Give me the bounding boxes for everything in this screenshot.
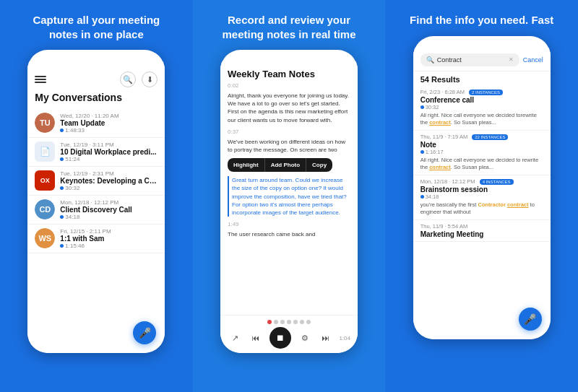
phone-3: 🔍 Contract ✕ Cancel 54 Results Fri, 2/23… (413, 36, 551, 339)
result-name: Brainstorm session (420, 186, 543, 193)
progress-dot (293, 320, 298, 324)
timestamp-1: 0:02 (228, 82, 350, 89)
playback-bar: ↗ ⏮ ⏹ ⚙ ⏭ 1:04 (220, 315, 358, 353)
duration-dot (420, 105, 424, 109)
cancel-button[interactable]: Cancel (523, 56, 543, 64)
timestamp-2: 0:37 (228, 129, 350, 135)
clear-icon[interactable]: ✕ (509, 56, 514, 63)
result-name: Conference call (420, 96, 543, 104)
conversation-item[interactable]: TU Wed, 12/20 · 11:20 AM Team Update 1:4… (27, 109, 165, 138)
search-result-item[interactable]: Thu, 11/9 · 5:54 AM Marketing Meeting (413, 220, 551, 242)
meeting-title: Weekly Team Notes (228, 69, 350, 79)
forward-icon[interactable]: ⏭ (319, 331, 333, 345)
progress-dot (280, 320, 285, 324)
conversation-date: Tue, 12/19 · 3:11 PM (60, 141, 158, 148)
settings-icon[interactable]: ⚙ (298, 331, 312, 345)
search-icon: 🔍 (426, 56, 434, 64)
instances-badge: 2 INSTANCES (469, 90, 503, 95)
menu-icon[interactable] (35, 76, 46, 83)
duration-dot (60, 157, 64, 161)
panel-2-title: Record and review your meeting notes in … (217, 13, 361, 41)
conversation-info: Tue, 12/19 · 2:31 PM Keynotes: Developin… (60, 170, 158, 191)
highlighted-keyword: contract (507, 201, 529, 208)
panel-1-title: Capture all your meeting notes in one pl… (24, 13, 168, 41)
header-icons: 🔍 ⬇ (120, 71, 158, 87)
result-date: Fri, 2/23 · 6:28 AM 2 INSTANCES (420, 89, 543, 95)
duration-dot (60, 215, 64, 219)
progress-dots (228, 320, 350, 324)
conversation-info: Wed, 12/20 · 11:20 AM Team Update 1:48:3… (60, 113, 158, 134)
transcript-text-2: We've been working on different ideas on… (228, 138, 350, 154)
conversation-item[interactable]: 📄 Tue, 12/19 · 3:11 PM 10 Digital Workpl… (27, 138, 165, 167)
result-text: All right. Nice call everyone we decided… (420, 112, 543, 127)
duration-dot (420, 150, 424, 154)
document-icon: 📄 (35, 141, 55, 162)
mic-fab-button[interactable]: 🎤 (519, 308, 542, 331)
mic-fab-button[interactable]: 🎤 (133, 321, 156, 344)
duration-dot (60, 186, 64, 190)
phone-2: Weekly Team Notes 0:02 Alright, thank yo… (220, 50, 358, 353)
conversation-name: Team Update (60, 119, 158, 127)
share-icon[interactable]: ↗ (228, 331, 242, 345)
avatar: CD (35, 199, 55, 219)
highlighted-keyword: contract (429, 164, 451, 170)
search-value: Contract (437, 56, 462, 64)
conversation-name: Keynotes: Developing a Cu... (60, 177, 158, 185)
result-text: All right. Nice call everyone we decided… (420, 157, 543, 172)
stop-button[interactable]: ⏹ (269, 327, 291, 349)
result-duration: 34:18 (420, 193, 543, 200)
progress-dot (306, 320, 311, 324)
highlighted-keyword: contract (429, 119, 451, 126)
search-icon[interactable]: 🔍 (120, 71, 136, 87)
highlighted-text: Great turn around team. Could we increas… (228, 176, 350, 217)
progress-dot (267, 320, 272, 324)
download-icon[interactable]: ⬇ (142, 71, 158, 87)
search-result-item[interactable]: Fri, 2/23 · 6:28 AM 2 INSTANCES Conferen… (413, 86, 551, 131)
add-photo-button[interactable]: Add Photo (265, 158, 306, 172)
avatar-image: TU (35, 113, 55, 133)
phone-1-header: 🔍 ⬇ (27, 69, 165, 92)
playback-time: 1:04 (339, 335, 350, 341)
copy-button[interactable]: Copy (306, 158, 332, 172)
result-date: Thu, 11/9 · 7:19 AM 22 INSTANCES (420, 134, 543, 140)
conversation-date: Tue, 12/19 · 2:31 PM (60, 170, 158, 177)
search-bar: 🔍 Contract ✕ Cancel (413, 53, 551, 71)
phone-2-screen: Weekly Team Notes 0:02 Alright, thank yo… (220, 61, 358, 353)
rewind-icon[interactable]: ⏮ (249, 331, 263, 345)
search-input-container[interactable]: 🔍 Contract ✕ (420, 53, 519, 66)
my-conversations-title: My Conversations (27, 92, 165, 109)
search-result-item[interactable]: Thu, 11/9 · 7:19 AM 22 INSTANCES Note 1:… (413, 131, 551, 175)
progress-dot (274, 320, 278, 324)
timestamp-3: 1:49 (228, 221, 350, 227)
progress-dot (300, 320, 304, 324)
result-date: Mon, 12/18 · 12:12 PM 4 INSTANCES (420, 178, 543, 185)
instances-badge: 22 INSTANCES (472, 134, 508, 140)
result-name: Note (420, 141, 543, 149)
conversation-duration: 51:24 (60, 156, 158, 162)
conversation-item[interactable]: CD Mon, 12/18 · 12:12 PM Client Discover… (27, 196, 165, 225)
context-menu: Highlight Add Photo Copy (228, 158, 332, 172)
highlighted-keyword: Contractor (478, 201, 505, 208)
conversation-info: Fri, 12/15 · 2:11 PM 1:1 with Sam 1:15:4… (60, 228, 158, 249)
phone-3-screen: 🔍 Contract ✕ Cancel 54 Results Fri, 2/23… (413, 48, 551, 339)
conversation-info: Tue, 12/19 · 3:11 PM 10 Digital Workplac… (60, 141, 158, 162)
result-duration: 1:16:17 (420, 149, 543, 155)
phone-1-screen: 🔍 ⬇ My Conversations TU Wed, 12/20 · 11:… (27, 61, 165, 353)
results-count: 54 Results (413, 71, 551, 86)
avatar-image: WS (35, 228, 55, 248)
conversation-name: 10 Digital Workplace predi... (60, 148, 158, 156)
conversation-name: Client Discovery Call (60, 206, 158, 214)
avatar-image: CD (35, 199, 55, 219)
result-text: you're basically the first Contractor co… (420, 201, 543, 217)
conversation-duration: 34:18 (60, 214, 158, 220)
highlight-button[interactable]: Highlight (228, 158, 265, 172)
result-date: Thu, 11/9 · 5:54 AM (420, 223, 543, 230)
conversation-duration: 30:32 (60, 185, 158, 191)
duration-dot (60, 129, 64, 132)
conversation-item[interactable]: OX Tue, 12/19 · 2:31 PM Keynotes: Develo… (27, 167, 165, 196)
search-result-item[interactable]: Mon, 12/18 · 12:12 PM 4 INSTANCES Brains… (413, 175, 551, 220)
conversation-name: 1:1 with Sam (60, 235, 158, 243)
instances-badge: 4 INSTANCES (480, 179, 514, 185)
conversation-item[interactable]: WS Fri, 12/15 · 2:11 PM 1:1 with Sam 1:1… (27, 225, 165, 253)
conversation-info: Mon, 12/18 · 12:12 PM Client Discovery C… (60, 199, 158, 220)
